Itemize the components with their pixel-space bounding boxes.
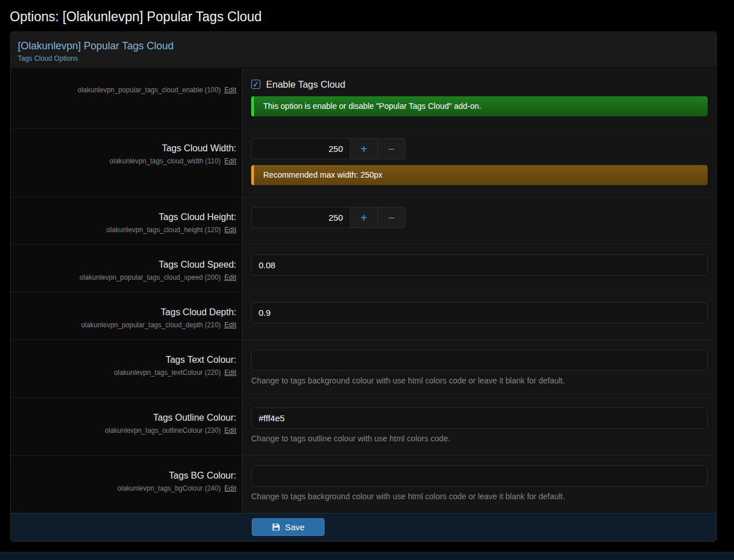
- increment-button[interactable]: +: [350, 138, 378, 159]
- field-control-cell: + −: [243, 197, 716, 244]
- plus-icon: +: [361, 212, 368, 224]
- form-row-text-colour: Tags Text Colour: olakunlevpn_tags_textC…: [11, 339, 716, 397]
- field-control-cell: Change to tags outline colour with use h…: [243, 398, 716, 455]
- field-meta: olakunlevpn_tags_bgColour (240) Edit: [17, 484, 236, 492]
- field-id-text: olakunlevpn_popular_tags_cloud_depth (21…: [81, 321, 221, 329]
- field-id-text: olakunlevpn_tags_cloud_width (110): [110, 157, 221, 165]
- edit-link[interactable]: Edit: [224, 321, 236, 329]
- field-control-cell: Change to tags background colour with us…: [243, 340, 716, 397]
- floppy-disk-icon: [272, 523, 280, 531]
- success-alert: This option is enable or disable "Popula…: [251, 96, 708, 116]
- field-meta: olakunlevpn_tags_cloud_width (110) Edit: [17, 157, 236, 165]
- success-alert-text: This option is enable or disable "Popula…: [263, 101, 481, 111]
- edit-link[interactable]: Edit: [224, 273, 236, 281]
- tags-text-colour-input[interactable]: [251, 350, 708, 371]
- field-meta: olakunlevpn_tags_outlineColour (230) Edi…: [17, 426, 236, 434]
- field-control-cell: Change to tags background colour with us…: [243, 456, 716, 513]
- options-panel: [Olakunlevpn] Popular Tags Cloud Tags Cl…: [10, 32, 717, 542]
- field-label-cell: Tags Text Colour: olakunlevpn_tags_textC…: [11, 340, 243, 397]
- field-control-cell: [243, 245, 716, 292]
- panel-subtitle: Tags Cloud Options: [18, 54, 709, 62]
- field-meta: olakunlevpn_popular_tags_cloud_depth (21…: [17, 321, 236, 329]
- field-control-cell: [243, 292, 716, 339]
- edit-link[interactable]: Edit: [224, 86, 236, 94]
- field-label-cell: Tags Cloud Depth: olakunlevpn_popular_ta…: [11, 292, 243, 339]
- field-help-text: Change to tags background colour with us…: [251, 492, 708, 502]
- edit-link[interactable]: Edit: [224, 226, 236, 234]
- minus-icon: −: [388, 143, 395, 155]
- warning-alert: Recommended max width: 250px: [251, 165, 708, 185]
- field-id-text: olakunlevpn_tags_textColour (220): [114, 369, 221, 377]
- tags-cloud-depth-input[interactable]: [251, 302, 708, 323]
- field-label: Tags Cloud Speed:: [17, 259, 236, 270]
- field-label: Tags BG Colour:: [17, 470, 236, 481]
- tags-cloud-height-input[interactable]: [251, 207, 350, 228]
- decrement-button[interactable]: −: [377, 207, 405, 228]
- enable-tags-cloud-checkbox[interactable]: ✓: [251, 80, 260, 89]
- save-button-label: Save: [285, 522, 304, 532]
- field-meta: olakunlevpn_popular_tags_cloud_speed (20…: [17, 273, 236, 281]
- form-row-speed: Tags Cloud Speed: olakunlevpn_popular_ta…: [11, 244, 716, 292]
- page-title: Options: [Olakunlevpn] Popular Tags Clou…: [0, 0, 734, 32]
- field-label-cell: olakunlevpn_popular_tags_cloud_enable (1…: [11, 68, 243, 128]
- field-label: Tags Text Colour:: [17, 354, 236, 365]
- minus-icon: −: [388, 212, 395, 224]
- form-row-depth: Tags Cloud Depth: olakunlevpn_popular_ta…: [11, 292, 716, 339]
- edit-link[interactable]: Edit: [224, 484, 236, 492]
- panel-title: [Olakunlevpn] Popular Tags Cloud: [18, 40, 709, 52]
- panel-header: [Olakunlevpn] Popular Tags Cloud Tags Cl…: [11, 32, 716, 68]
- edit-link[interactable]: Edit: [224, 369, 236, 377]
- field-label: Tags Cloud Height:: [17, 212, 236, 222]
- panel-footer: Save: [11, 513, 716, 541]
- field-id-text: olakunlevpn_tags_bgColour (240): [118, 484, 221, 492]
- edit-link[interactable]: Edit: [224, 157, 236, 165]
- field-id-text: olakunlevpn_tags_cloud_height (120): [106, 226, 220, 234]
- edit-link[interactable]: Edit: [224, 426, 236, 434]
- enable-tags-cloud-checkbox-row[interactable]: ✓ Enable Tags Cloud: [251, 78, 345, 91]
- bottom-bar: [0, 552, 734, 560]
- form-row-enable: olakunlevpn_popular_tags_cloud_enable (1…: [11, 68, 716, 128]
- field-meta: olakunlevpn_tags_cloud_height (120) Edit: [17, 226, 236, 234]
- field-meta: olakunlevpn_tags_textColour (220) Edit: [17, 369, 236, 377]
- warning-alert-text: Recommended max width: 250px: [263, 170, 382, 179]
- field-help-text: Change to tags background colour with us…: [251, 376, 708, 386]
- field-label-cell: Tags BG Colour: olakunlevpn_tags_bgColou…: [11, 456, 243, 513]
- field-control-cell: + − Recommended max width: 250px: [243, 128, 716, 197]
- form-row-width: Tags Cloud Width: olakunlevpn_tags_cloud…: [11, 128, 716, 197]
- field-label-cell: Tags Cloud Height: olakunlevpn_tags_clou…: [11, 197, 243, 244]
- tags-bg-colour-input[interactable]: [251, 465, 708, 487]
- field-label-cell: Tags Cloud Width: olakunlevpn_tags_cloud…: [11, 128, 243, 197]
- tags-outline-colour-input[interactable]: [251, 408, 708, 429]
- plus-icon: +: [361, 143, 368, 155]
- field-meta: olakunlevpn_popular_tags_cloud_enable (1…: [17, 86, 236, 94]
- check-icon: ✓: [253, 81, 259, 88]
- field-id-text: olakunlevpn_tags_outlineColour (230): [105, 426, 221, 434]
- number-input-group: + −: [251, 138, 708, 159]
- form-row-height: Tags Cloud Height: olakunlevpn_tags_clou…: [11, 197, 716, 244]
- tags-cloud-width-input[interactable]: [251, 138, 350, 159]
- field-id-text: olakunlevpn_popular_tags_cloud_speed (20…: [80, 273, 221, 281]
- admin-options-page: Options: [Olakunlevpn] Popular Tags Clou…: [0, 0, 734, 542]
- field-label-cell: Tags Cloud Speed: olakunlevpn_popular_ta…: [11, 245, 243, 292]
- field-label: Tags Outline Colour:: [17, 412, 236, 423]
- field-label: Tags Cloud Depth:: [17, 307, 236, 318]
- field-help-text: Change to tags outline colour with use h…: [251, 434, 708, 444]
- number-input-group: + −: [251, 207, 708, 228]
- field-control-cell: ✓ Enable Tags Cloud This option is enabl…: [243, 68, 716, 128]
- form-row-bg-colour: Tags BG Colour: olakunlevpn_tags_bgColou…: [11, 455, 716, 513]
- increment-button[interactable]: +: [350, 207, 378, 228]
- form-row-outline-colour: Tags Outline Colour: olakunlevpn_tags_ou…: [11, 397, 716, 455]
- enable-tags-cloud-label: Enable Tags Cloud: [266, 78, 345, 91]
- tags-cloud-speed-input[interactable]: [251, 254, 708, 276]
- decrement-button[interactable]: −: [377, 138, 405, 159]
- field-id-text: olakunlevpn_popular_tags_cloud_enable (1…: [77, 86, 221, 94]
- options-form: olakunlevpn_popular_tags_cloud_enable (1…: [11, 68, 716, 513]
- field-label: Tags Cloud Width:: [17, 143, 236, 154]
- field-label-cell: Tags Outline Colour: olakunlevpn_tags_ou…: [11, 398, 243, 455]
- save-button[interactable]: Save: [252, 518, 325, 536]
